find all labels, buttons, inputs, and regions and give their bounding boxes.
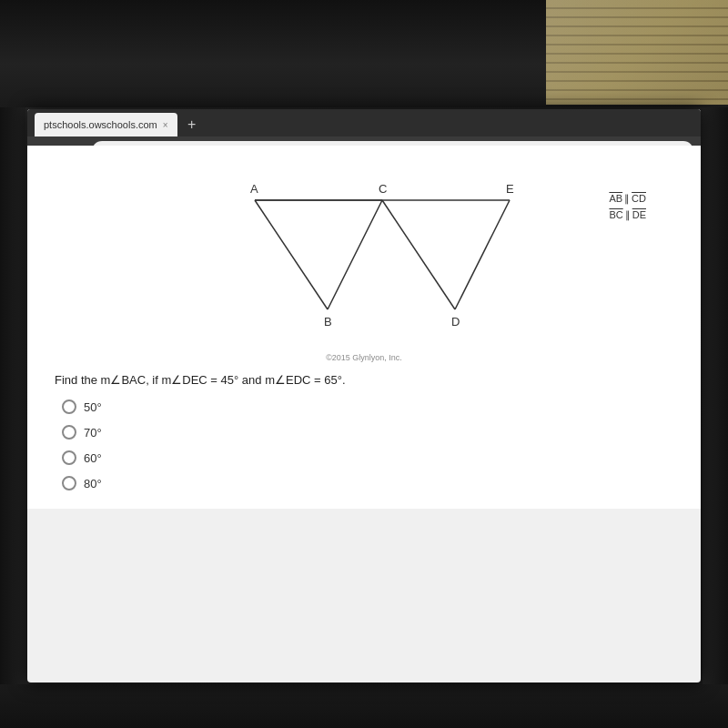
- answer-option-1[interactable]: 50°: [62, 399, 673, 414]
- answer-label-4: 80°: [84, 477, 102, 490]
- tab-close-btn[interactable]: ×: [163, 120, 168, 130]
- vertex-b: B: [324, 315, 332, 329]
- vertex-a: A: [250, 182, 258, 196]
- parallel-line-2: BC ∥ DE: [609, 207, 646, 224]
- laptop-bottom: [0, 684, 728, 728]
- laptop-left: [0, 107, 25, 684]
- geometry-diagram: A B C D E: [146, 164, 582, 346]
- answer-option-4[interactable]: 80°: [62, 476, 673, 490]
- answer-option-2[interactable]: 70°: [62, 425, 673, 440]
- svg-line-1: [255, 200, 328, 309]
- svg-line-2: [328, 200, 382, 309]
- answer-label-1: 50°: [84, 400, 102, 414]
- copyright-text: ©2015 Glynlyon, Inc.: [55, 353, 673, 362]
- vertex-e: E: [506, 182, 514, 196]
- radio-2[interactable]: [62, 425, 76, 440]
- svg-line-4: [455, 200, 510, 309]
- new-tab-btn[interactable]: +: [181, 114, 203, 136]
- tab-label: ptschools.owschools.com: [44, 119, 157, 130]
- laptop-right: [703, 107, 728, 684]
- vertex-c: C: [379, 182, 387, 196]
- radio-4[interactable]: [62, 476, 76, 490]
- answer-label-3: 60°: [84, 451, 102, 465]
- svg-line-3: [382, 200, 455, 309]
- laptop-frame: ptschools.owschools.com × + ← → ↻ ptscho…: [0, 0, 728, 728]
- window-blinds: [546, 0, 728, 105]
- radio-3[interactable]: [62, 450, 76, 465]
- vertex-d: D: [451, 315, 460, 329]
- active-tab[interactable]: ptschools.owschools.com ×: [35, 113, 177, 136]
- tab-bar: ptschools.owschools.com × +: [27, 109, 701, 136]
- main-content: A B C D E AB ∥ CD BC ∥: [27, 146, 701, 509]
- question-text: Find the m∠BAC, if m∠DEC = 45° and m∠EDC…: [55, 373, 673, 387]
- parallel-line-1: AB ∥ CD: [609, 191, 646, 207]
- answer-option-3[interactable]: 60°: [62, 450, 673, 465]
- diagram-area: A B C D E AB ∥ CD BC ∥: [55, 164, 673, 346]
- answer-label-2: 70°: [84, 426, 102, 440]
- radio-1[interactable]: [62, 399, 76, 414]
- parallel-notation: AB ∥ CD BC ∥ DE: [609, 191, 646, 223]
- browser-screen: ptschools.owschools.com × + ← → ↻ ptscho…: [27, 109, 701, 682]
- answer-choices: 50° 70° 60° 80°: [55, 399, 673, 490]
